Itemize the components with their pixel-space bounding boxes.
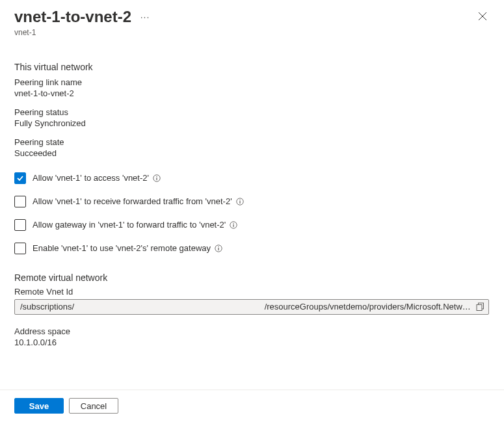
checkbox-use-remote-gateway[interactable]: Enable 'vnet-1' to use 'vnet-2's' remote… [14,243,490,254]
close-icon[interactable] [478,12,488,22]
checkbox-allow-access-label: Allow 'vnet-1' to access 'vnet-2' [33,173,149,183]
checkbox-use-remote-gateway-label: Enable 'vnet-1' to use 'vnet-2's' remote… [33,243,211,253]
svg-rect-13 [218,248,219,250]
svg-rect-15 [477,305,482,311]
peering-link-name-value: vnet-1-to-vnet-2 [14,88,490,98]
svg-point-6 [239,200,240,200]
peering-pane: vnet-1-to-vnet-2 ··· vnet-1 This virtual… [0,0,504,424]
copy-icon[interactable] [476,302,484,311]
info-icon[interactable] [230,221,237,229]
svg-rect-10 [233,224,234,227]
remote-vnet-id-field: /subscriptions/ /resourceGroups/vnetdemo… [14,299,489,315]
peering-state-value: Succeeded [14,148,490,158]
cancel-button[interactable]: Cancel [69,398,118,414]
checkbox-allow-forwarded-label: Allow 'vnet-1' to receive forwarded traf… [33,196,232,206]
address-space-label: Address space [14,326,490,336]
peering-status-label: Peering status [14,107,490,117]
checkbox-allow-forwarded[interactable]: Allow 'vnet-1' to receive forwarded traf… [14,196,490,207]
checkbox-icon[interactable] [14,219,26,231]
svg-point-3 [156,176,157,177]
peering-state-label: Peering state [14,137,490,147]
checkbox-allow-gateway[interactable]: Allow gateway in 'vnet-1' to forward tra… [14,219,490,231]
checkbox-icon[interactable] [14,172,26,184]
info-icon[interactable] [215,245,222,252]
peering-status-value: Fully Synchronized [14,118,490,128]
svg-rect-7 [239,201,240,204]
svg-point-9 [233,223,234,224]
address-space-value: 10.1.0.0/16 [14,338,490,347]
more-icon[interactable]: ··· [140,12,150,22]
svg-rect-4 [156,178,157,180]
save-button[interactable]: Save [14,398,64,414]
section-this-vnet-heading: This virtual network [14,62,490,72]
remote-vnet-id-label: Remote Vnet Id [14,287,490,297]
section-remote-vnet: Remote virtual network Remote Vnet Id /s… [14,272,490,347]
page-subtitle: vnet-1 [14,28,478,37]
page-title: vnet-1-to-vnet-2 [14,8,131,27]
header-title-area: vnet-1-to-vnet-2 ··· vnet-1 [14,8,478,37]
checkbox-icon[interactable] [14,243,26,254]
svg-point-12 [218,246,219,247]
remote-vnet-id-value: /subscriptions/ /resourceGroups/vnetdemo… [20,302,472,311]
info-icon[interactable] [236,198,244,205]
checkbox-allow-access[interactable]: Allow 'vnet-1' to access 'vnet-2' [14,172,490,184]
header: vnet-1-to-vnet-2 ··· vnet-1 [14,8,490,37]
footer: Save Cancel [0,390,504,424]
section-remote-vnet-heading: Remote virtual network [14,272,490,283]
peering-link-name-label: Peering link name [14,77,490,87]
info-icon[interactable] [153,174,161,182]
checkbox-allow-gateway-label: Allow gateway in 'vnet-1' to forward tra… [33,220,226,230]
checkbox-icon[interactable] [14,196,26,207]
